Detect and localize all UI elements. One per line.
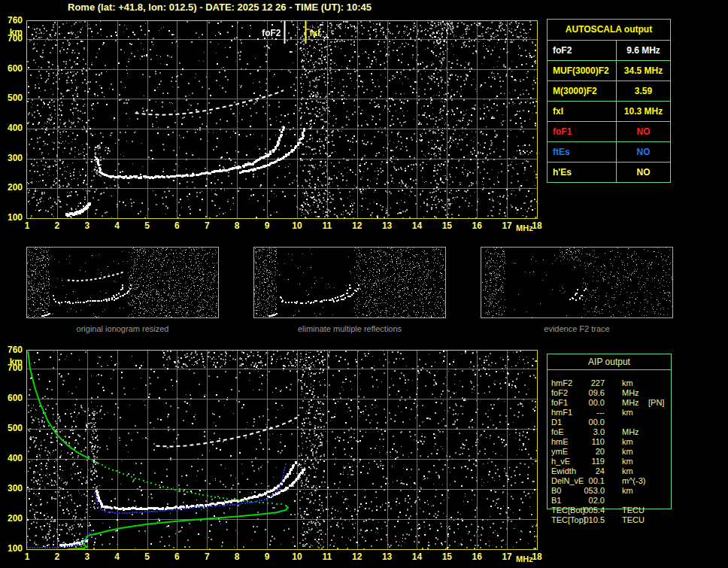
autoscala-output-table: AUTOSCALA output foF29.6 MHzMUF(3000)F23…: [547, 19, 671, 183]
parameter-label: fxI: [548, 102, 617, 121]
parameter-value: 9.6 MHz: [617, 41, 670, 60]
aip-row: D100.0: [551, 418, 679, 427]
table-row: M(3000)F23.59: [548, 81, 670, 102]
parameter-unit: TECU: [622, 515, 645, 525]
axis-tick-label: 11: [322, 220, 332, 231]
parameter-label: foF2: [548, 41, 617, 60]
parameter-value: 010.5: [581, 515, 605, 525]
axis-tick-label: 500: [8, 93, 23, 103]
axis-tick-label: 11: [322, 551, 332, 562]
axis-tick-label: 9: [265, 551, 270, 562]
parameter-label: Ewidth: [551, 466, 576, 476]
parameter-value: 00.0: [581, 398, 605, 408]
axis-tick-label: 200: [8, 513, 23, 524]
parameter-label: foF1: [551, 398, 568, 408]
parameter-value: 00.0: [581, 418, 605, 427]
parameter-unit: MHz: [622, 427, 639, 437]
y-axis-unit-label: km: [10, 27, 23, 38]
aip-row: hmF2227km: [551, 378, 679, 388]
parameter-label: TEC[Bot]: [551, 506, 585, 515]
axis-tick-label: 16: [472, 220, 482, 231]
aip-row: B0053.0km: [551, 486, 679, 496]
aip-row: foF100.0MHz[PN]: [551, 398, 679, 408]
aip-panel-body: hmF2227kmfoF209.6MHzfoF100.0MHz[PN]hmF1-…: [551, 378, 679, 525]
table-row: foF1NO: [548, 122, 670, 142]
axis-tick-label: 5: [144, 551, 150, 562]
bottom-ionogram-canvas: [27, 351, 537, 549]
axis-tick-label: 3: [84, 551, 89, 562]
thumbnail-caption: eliminate multiple reflections: [253, 324, 446, 333]
parameter-label: DelN_vE: [551, 476, 584, 486]
axis-tick-label: 600: [8, 393, 23, 403]
axis-tick-label: 7: [205, 220, 210, 231]
table-row: h'EsNO: [548, 163, 670, 182]
aip-row: Ewidth24km: [551, 466, 679, 476]
autoscala-screen: { "title": "Rome (lat: +41.8, lon: 012.5…: [0, 0, 728, 568]
parameter-label: B1: [551, 496, 561, 506]
axis-tick-label: 760: [8, 15, 23, 26]
table-row: ftEsNO: [548, 142, 670, 163]
axis-tick-label: 9: [265, 220, 270, 231]
y-axis-unit-label: km: [10, 357, 23, 367]
axis-tick-label: 500: [8, 423, 23, 433]
axis-tick-label: 8: [235, 220, 240, 231]
aip-row: B102.0: [551, 496, 679, 506]
parameter-value: 110: [581, 437, 605, 447]
parameter-value: 227: [581, 378, 605, 388]
parameter-value: NO: [617, 122, 670, 141]
parameter-label: hmF2: [551, 378, 572, 388]
parameter-unit: km: [622, 486, 633, 496]
parameter-unit: km: [622, 457, 633, 466]
aip-row: foF209.6MHz: [551, 388, 679, 398]
aip-row: hmE110km: [551, 437, 679, 447]
bottom-plot-y-axis: 760700600500400300200100km: [0, 350, 25, 548]
axis-tick-label: 13: [382, 551, 392, 562]
thumbnail-eliminate-reflections: [253, 247, 446, 318]
parameter-value: 34.5 MHz: [617, 61, 670, 80]
aip-panel-header: AIP output: [548, 354, 671, 370]
axis-tick-label: 4: [114, 551, 120, 562]
thumbnail-original-ionogram: [26, 247, 219, 318]
axis-tick-label: 12: [352, 220, 362, 231]
aip-row: TEC[Top]010.5TECU: [551, 515, 679, 525]
axis-tick-label: 600: [8, 63, 23, 74]
parameter-unit: TECU: [622, 506, 645, 515]
parameter-label: hmF1: [551, 408, 572, 418]
aip-row: h_vE119km: [551, 457, 679, 466]
axis-tick-label: 100: [8, 543, 23, 554]
table-row: MUF(3000)F234.5 MHz: [548, 61, 670, 81]
parameter-label: D1: [551, 418, 562, 427]
axis-tick-label: 17: [502, 220, 511, 231]
parameter-label: MUF(3000)F2: [548, 61, 617, 80]
aip-row: hmF1---km: [551, 408, 679, 418]
aip-row: ymE20km: [551, 447, 679, 457]
parameter-label: h_vE: [551, 457, 570, 466]
bottom-ionogram-plot: [26, 350, 538, 550]
axis-tick-label: 2: [55, 551, 60, 562]
top-plot-y-axis: 760700600500400300200100km: [0, 20, 25, 217]
parameter-unit: km: [622, 408, 633, 418]
parameter-label: TEC[Top]: [551, 515, 586, 525]
axis-tick-label: 18: [532, 220, 541, 231]
parameter-label: foF1: [548, 122, 617, 141]
parameter-value: NO: [617, 142, 670, 162]
parameter-value: 10.3 MHz: [617, 102, 670, 121]
page-title: Rome (lat: +41.8, lon: 012.5) - DATE: 20…: [68, 2, 372, 13]
parameter-value: 20: [581, 447, 605, 457]
parameter-value: 3.59: [617, 81, 670, 101]
parameter-label: ftEs: [548, 142, 617, 162]
parameter-unit: km: [622, 437, 633, 447]
axis-tick-label: 3: [84, 220, 89, 231]
aip-row: TEC[Bot]005.4TECU: [551, 506, 679, 515]
parameter-value: 005.4: [581, 506, 605, 515]
autoscala-table-header: AUTOSCALA output: [548, 20, 670, 41]
parameter-value: NO: [617, 163, 670, 182]
parameter-label: hmE: [551, 437, 569, 447]
parameter-label: B0: [551, 486, 561, 496]
parameter-value: 09.6: [581, 388, 605, 398]
axis-tick-label: 18: [532, 551, 541, 562]
top-ionogram-canvas: [27, 21, 537, 218]
table-row: fxI10.3 MHz: [548, 102, 670, 122]
parameter-value: 24: [581, 466, 605, 476]
parameter-label: foF2: [551, 388, 568, 398]
